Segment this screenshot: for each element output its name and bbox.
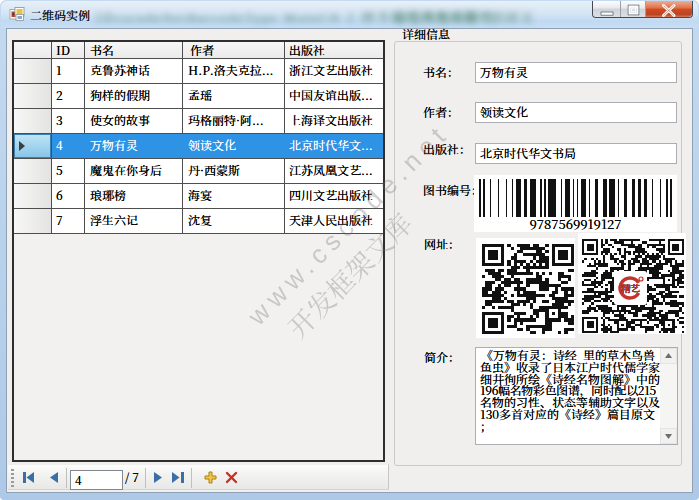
svg-text:精艺: 精艺 — [621, 281, 641, 295]
